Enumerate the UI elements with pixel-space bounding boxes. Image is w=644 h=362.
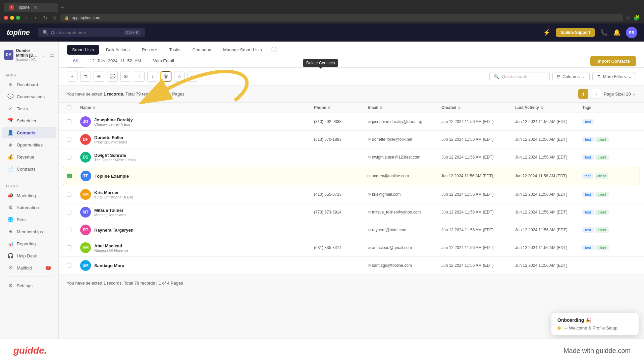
sidebar-item-reporting[interactable]: 📊 Reporting bbox=[2, 238, 56, 249]
contact-last-activity: Jun 12 2024 11:56 AM (EDT) bbox=[515, 228, 582, 232]
row-checkbox-mitsue[interactable] bbox=[67, 210, 71, 215]
user-avatar[interactable]: ER bbox=[626, 27, 637, 38]
delete-btn-wrapper: Delete Contacts 🗑 bbox=[161, 71, 171, 82]
contact-info: Kris Marrier King, Christopher A Esq bbox=[94, 190, 133, 199]
th-email[interactable]: Email ⇅ bbox=[368, 105, 441, 110]
row-checkbox-abel[interactable] bbox=[67, 245, 71, 250]
bell-icon[interactable]: 🔔 bbox=[613, 29, 621, 36]
sidebar-item-mailfold[interactable]: ✉ Mailfold 2 bbox=[2, 262, 56, 274]
row-checkbox-josephine[interactable] bbox=[67, 119, 71, 124]
row-checkbox-kris[interactable] bbox=[67, 192, 71, 197]
onboarding-item[interactable]: → Welcome & Profile Setup bbox=[557, 325, 633, 330]
sidebar-item-contracts[interactable]: 📄 Contracts bbox=[2, 163, 56, 175]
row-checkbox-dwight[interactable] bbox=[67, 155, 71, 160]
page-size-selector[interactable]: Page Size: 20 ⌄ bbox=[604, 92, 636, 97]
table-row[interactable]: KM Kris Marrier King, Christopher A Esq … bbox=[59, 186, 644, 203]
home-button[interactable]: ⌂ bbox=[51, 15, 58, 21]
bookmark-icon[interactable]: ☆ bbox=[626, 15, 631, 21]
add-button[interactable]: ＋ bbox=[67, 71, 77, 82]
global-search-bar[interactable]: 🔍 Quick search here Ctrl + K bbox=[38, 28, 145, 37]
sidebar-item-helpdesk[interactable]: 🎧 Help Desk bbox=[2, 250, 56, 261]
import-contacts-button[interactable]: Import Contacts bbox=[590, 56, 636, 66]
table-row[interactable]: SM Santiago Mora ✉ santiago@tooline.com … bbox=[59, 257, 644, 275]
address-bar[interactable]: 🔒 app.topline.com bbox=[60, 14, 623, 21]
sidebar-item-dashboard[interactable]: ⊞ Dashboard bbox=[2, 79, 56, 90]
maximize-window-button[interactable] bbox=[16, 16, 20, 20]
more-filters-button[interactable]: ⚗ More Filters ⌄ bbox=[592, 72, 636, 81]
sidebar-item-settings[interactable]: ⚙ Settings bbox=[2, 280, 56, 291]
tab-all[interactable]: All bbox=[67, 55, 84, 67]
table-row[interactable]: DF Donette Foller Printing Dimensions (5… bbox=[59, 131, 644, 148]
lightning-icon[interactable]: ⚡ bbox=[543, 29, 550, 36]
support-button[interactable]: topline Support bbox=[556, 28, 595, 37]
row-checkbox-santiago[interactable] bbox=[67, 263, 71, 268]
toolbar: ＋ ⚗ ⊕ 💬 ✉ ↑ ↓ Delete Contacts 🗑 ☆ ⋯ 🔍 Qu… bbox=[59, 68, 644, 85]
sidebar-item-marketing[interactable]: 📣 Marketing bbox=[2, 190, 56, 201]
minimize-window-button[interactable] bbox=[10, 16, 14, 20]
table-row[interactable]: AM Abel Maclead Rangoni Of Florence (631… bbox=[59, 239, 644, 257]
sidebar-item-memberships[interactable]: ★ Memberships bbox=[2, 226, 56, 237]
next-page-button[interactable]: › bbox=[591, 89, 601, 99]
th-name[interactable]: Name ⇅ bbox=[80, 105, 314, 110]
more-filters-chevron: ⌄ bbox=[628, 74, 632, 79]
sidebar-item-scheduler[interactable]: 📅 Scheduler bbox=[2, 115, 56, 126]
delete-contacts-button[interactable]: 🗑 bbox=[161, 71, 171, 82]
sidebar-item-revenue[interactable]: 💰 Revenue bbox=[2, 151, 56, 163]
sidebar-item-conversations[interactable]: 💬 Conversations bbox=[2, 91, 56, 102]
table-row[interactable]: JD Josephine Darakjy Chanay, Jeffrey A E… bbox=[59, 113, 644, 131]
th-phone[interactable]: Phone ⇅ bbox=[314, 105, 368, 110]
new-tab-button[interactable]: + bbox=[60, 4, 64, 11]
contact-tags: test client bbox=[582, 209, 636, 215]
forward-button[interactable]: › bbox=[32, 15, 39, 21]
onboarding-panel: Onboarding 🎉 → Welcome & Profile Setup bbox=[551, 313, 639, 335]
browser-tab[interactable]: t Topline ✕ bbox=[4, 3, 58, 12]
row-checkbox-topline[interactable]: ✓ bbox=[67, 174, 72, 178]
columns-button[interactable]: ⊟ Columns ⌄ bbox=[552, 72, 590, 81]
sidebar-item-sites[interactable]: 🌐 Sites bbox=[2, 214, 56, 225]
row-checkbox-donette[interactable] bbox=[67, 137, 71, 142]
sidebar-toggle-icon[interactable]: ☰ bbox=[50, 52, 54, 58]
tab-jun2024[interactable]: 12_JUN_2024_11_52_AM bbox=[84, 55, 147, 67]
sidebar-item-automation[interactable]: ⚙ Automation bbox=[2, 202, 56, 213]
sidebar-label-automation: Automation bbox=[17, 205, 39, 210]
contact-info: Raynera Targaryen bbox=[94, 228, 133, 233]
refresh-button[interactable]: ↻ bbox=[42, 15, 48, 21]
extensions-icon[interactable]: 🧩 bbox=[633, 15, 640, 21]
th-created[interactable]: Created ⇅ bbox=[441, 105, 515, 110]
phone-icon[interactable]: 📞 bbox=[600, 29, 608, 36]
tab-close-icon[interactable]: ✕ bbox=[34, 5, 38, 10]
table-row-selected[interactable]: ✓ TE Topline Example ✉ andrea@topline.co… bbox=[63, 167, 640, 185]
select-all-checkbox[interactable] bbox=[67, 105, 71, 110]
tasks-tab[interactable]: Tasks bbox=[164, 45, 185, 55]
back-button[interactable]: ‹ bbox=[23, 15, 30, 21]
mailfold-badge: 2 bbox=[46, 266, 51, 270]
table-row[interactable]: DS Dwight Schrute The Dunder Mifflin Fam… bbox=[59, 148, 644, 166]
export-button[interactable]: ↑ bbox=[134, 71, 145, 82]
sidebar-item-contacts[interactable]: 👤 Contacts bbox=[2, 127, 56, 138]
manage-smart-lists-tab[interactable]: Manage Smart Lists bbox=[218, 45, 267, 55]
page-1-button[interactable]: 1 bbox=[578, 89, 588, 99]
quick-search-box[interactable]: 🔍 Quick search bbox=[489, 72, 550, 81]
smart-lists-tab[interactable]: Smart Lists bbox=[67, 45, 99, 55]
restore-tab[interactable]: Restore bbox=[137, 45, 163, 55]
selected-info-text: You have selected 1 records. Total 79 re… bbox=[67, 92, 184, 97]
merge-button[interactable]: ⊕ bbox=[94, 71, 104, 82]
sidebar-item-opportunities[interactable]: ◈ Opportunities bbox=[2, 139, 56, 150]
table-row[interactable]: RT Raynera Targaryen ✉ raynera@hotd.com … bbox=[59, 221, 644, 239]
close-window-button[interactable] bbox=[4, 16, 8, 20]
table-row[interactable]: MT Mitsue Tollner Morlong Associates (77… bbox=[59, 203, 644, 221]
star-button[interactable]: ☆ bbox=[174, 71, 185, 82]
more-button[interactable]: ⋯ bbox=[187, 71, 198, 82]
filter-button[interactable]: ⚗ bbox=[80, 71, 91, 82]
email-button[interactable]: ✉ bbox=[120, 71, 131, 82]
th-last-activity[interactable]: Last Activity ⇅ bbox=[515, 105, 582, 110]
company-header[interactable]: DM Dunder Mifflin [D... Scranton, PA ⌄ ☰ bbox=[0, 46, 58, 67]
message-button[interactable]: 💬 bbox=[107, 71, 118, 82]
import-small-button[interactable]: ↓ bbox=[147, 71, 158, 82]
sidebar-item-tasks[interactable]: ✓ Tasks bbox=[2, 103, 56, 114]
company-tab[interactable]: Company bbox=[187, 45, 217, 55]
help-icon[interactable]: ⓘ bbox=[271, 46, 277, 53]
bulk-actions-tab[interactable]: Bulk Actions bbox=[101, 45, 135, 55]
tab-with-email[interactable]: With Email bbox=[147, 55, 180, 67]
row-checkbox-raynera[interactable] bbox=[67, 228, 71, 232]
